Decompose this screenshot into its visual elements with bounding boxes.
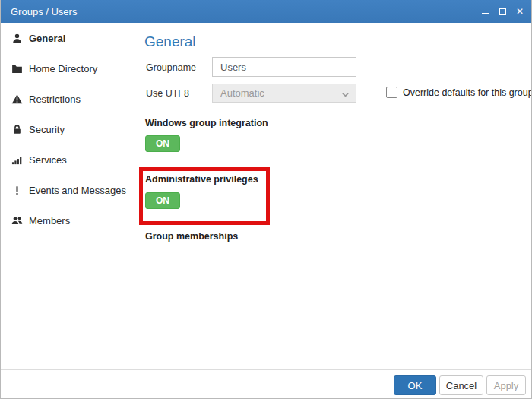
folder-icon <box>11 62 23 74</box>
warning-icon <box>11 93 23 105</box>
sidebar-item-members[interactable]: Members <box>1 205 140 236</box>
footer-divider <box>1 369 532 370</box>
windows-group-integration-toggle[interactable]: ON <box>145 135 180 152</box>
sidebar-item-label: Home Directory <box>29 63 97 74</box>
administrative-privileges-toggle[interactable]: ON <box>145 192 180 209</box>
groupname-input[interactable] <box>212 57 356 77</box>
dialog-window: Groups / Users ✕ General Home Directory … <box>0 0 532 399</box>
ok-button[interactable]: OK <box>394 375 436 395</box>
override-checkbox[interactable] <box>386 87 397 98</box>
groupname-label: Groupname <box>146 62 196 73</box>
cancel-button[interactable]: Cancel <box>439 375 483 395</box>
sidebar-item-label: Events and Messages <box>29 185 126 196</box>
sidebar-item-restrictions[interactable]: Restrictions <box>1 84 140 114</box>
footer-buttons: OK Cancel Apply <box>394 375 526 395</box>
sidebar-item-label: General <box>29 33 65 44</box>
sidebar: General Home Directory Restrictions Secu… <box>1 23 140 369</box>
override-defaults-row: Override defaults for this group <box>386 87 532 98</box>
use-utf8-value: Automatic <box>220 87 264 99</box>
lock-icon <box>11 123 23 135</box>
windows-group-integration-label: Windows group integration <box>145 118 268 128</box>
sidebar-item-services[interactable]: Services <box>1 144 140 175</box>
user-icon <box>11 32 23 44</box>
sidebar-item-label: Members <box>29 215 70 226</box>
minimize-icon[interactable] <box>479 5 491 17</box>
apply-button[interactable]: Apply <box>486 375 526 395</box>
window-title: Groups / Users <box>0 6 77 17</box>
group-memberships-label: Group memberships <box>145 231 238 242</box>
titlebar: Groups / Users ✕ <box>0 0 532 23</box>
use-utf8-label: Use UTF8 <box>146 88 189 99</box>
sidebar-item-label: Restrictions <box>29 93 81 105</box>
users-icon <box>11 214 23 226</box>
window-controls: ✕ <box>479 0 526 23</box>
sidebar-item-label: Services <box>29 154 67 166</box>
maximize-icon[interactable] <box>496 5 508 17</box>
page-title: General <box>144 33 196 50</box>
use-utf8-select: Automatic <box>212 84 356 103</box>
administrative-privileges-label: Administrative privileges <box>145 174 258 185</box>
close-icon[interactable]: ✕ <box>514 5 526 17</box>
sidebar-item-events-and-messages[interactable]: Events and Messages <box>1 175 140 205</box>
sidebar-item-home-directory[interactable]: Home Directory <box>1 53 140 84</box>
exclamation-icon <box>11 184 23 196</box>
sidebar-item-security[interactable]: Security <box>1 114 140 144</box>
chevron-down-icon <box>341 90 350 101</box>
sidebar-item-label: Security <box>29 124 65 135</box>
override-checkbox-label: Override defaults for this group <box>403 87 532 98</box>
sidebar-item-general[interactable]: General <box>1 23 140 53</box>
signal-bars-icon <box>11 154 23 166</box>
